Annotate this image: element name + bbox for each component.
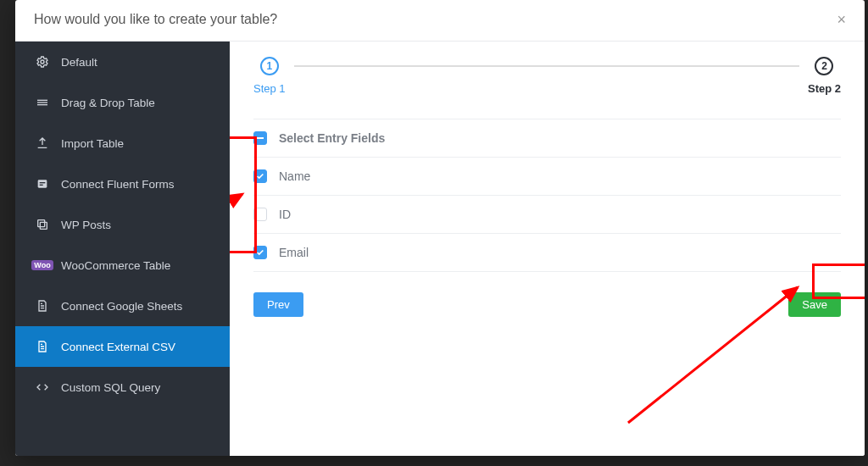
svg-rect-6 [40,185,43,186]
stepper-line [294,65,799,67]
sidebar-item-label: Connect Fluent Forms [61,178,175,191]
sidebar-item-label: Connect Google Sheets [61,300,182,313]
svg-rect-5 [40,182,46,183]
sidebar-item-sql-query[interactable]: Custom SQL Query [15,367,230,408]
step-circle: 2 [815,57,833,75]
field-label: Email [279,246,309,259]
prev-button[interactable]: Prev [253,292,303,317]
select-all-checkbox[interactable] [253,131,267,145]
field-label: ID [279,208,291,221]
svg-line-9 [230,194,242,270]
fields-header-row: Select Entry Fields [253,119,841,158]
field-row[interactable]: ID [253,196,841,234]
sidebar: Default Drag & Drop Table Import Table C… [15,42,230,456]
create-table-modal: How would you like to create your table?… [15,0,865,456]
stepper: 1 Step 1 2 Step 2 [253,57,841,95]
grid-icon [36,96,49,109]
svg-rect-2 [37,102,47,103]
field-row[interactable]: Name [253,158,841,196]
close-icon[interactable]: × [837,12,846,27]
modal-main: 1 Step 1 2 Step 2 Select Entry Fields Na… [230,42,865,456]
sidebar-item-woocommerce[interactable]: Woo WooCommerce Table [15,245,230,286]
sidebar-item-google-sheets[interactable]: Connect Google Sheets [15,286,230,326]
field-checkbox[interactable] [253,208,267,221]
sidebar-item-fluent-forms[interactable]: Connect Fluent Forms [15,164,230,204]
svg-point-0 [41,60,44,64]
field-label: Name [279,169,310,183]
step-2[interactable]: 2 Step 2 [808,57,841,95]
gear-icon [36,55,49,69]
fields-header-label: Select Entry Fields [279,131,385,145]
step-label: Step 1 [253,82,286,95]
sidebar-item-import[interactable]: Import Table [15,123,230,164]
svg-rect-3 [37,104,47,105]
sidebar-item-label: Connect External CSV [61,341,175,353]
modal-titlebar: How would you like to create your table?… [15,0,865,42]
upload-icon [36,136,49,150]
svg-rect-4 [38,180,47,187]
button-row: Prev Save [253,292,841,317]
sidebar-item-label: WooCommerce Table [61,259,170,272]
modal-title: How would you like to create your table? [34,12,277,27]
svg-rect-8 [38,220,45,227]
sidebar-item-drag-drop[interactable]: Drag & Drop Table [15,82,230,123]
sidebar-item-label: WP Posts [61,219,111,231]
annotation-arrow-left [230,186,251,279]
svg-rect-7 [40,222,47,229]
sidebar-item-label: Custom SQL Query [61,381,160,394]
copy-icon [36,218,49,231]
field-checkbox[interactable] [253,169,267,183]
sheet-icon [36,299,49,313]
fields-table: Select Entry Fields Name ID Email [253,119,841,272]
sidebar-item-label: Drag & Drop Table [61,97,155,109]
step-label: Step 2 [808,82,841,95]
code-icon [36,380,49,394]
step-1[interactable]: 1 Step 1 [253,57,286,95]
sidebar-item-label: Default [61,56,97,69]
sidebar-item-label: Import Table [61,137,124,150]
woo-icon: Woo [36,258,49,272]
sheet-icon [36,340,49,353]
sidebar-item-external-csv[interactable]: Connect External CSV [15,326,230,367]
form-icon [36,177,49,191]
sidebar-item-wp-posts[interactable]: WP Posts [15,204,230,245]
step-circle: 1 [260,57,279,75]
sidebar-item-default[interactable]: Default [15,42,230,82]
save-button[interactable]: Save [788,292,841,317]
svg-rect-1 [37,100,47,101]
field-row[interactable]: Email [253,234,841,272]
field-checkbox[interactable] [253,246,267,259]
